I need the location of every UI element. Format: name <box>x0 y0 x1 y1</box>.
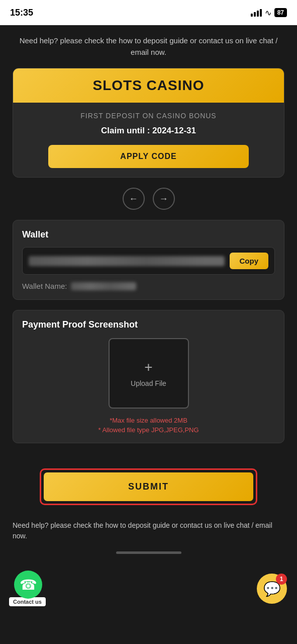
prev-arrow-button[interactable]: ← <box>123 188 145 210</box>
payment-proof-section: Payment Proof Screenshot + Upload File *… <box>13 310 284 443</box>
file-info: *Max file size allowed 2MB * Allowed fil… <box>22 417 275 434</box>
next-arrow-button[interactable]: → <box>153 188 175 210</box>
upload-label: Upload File <box>131 379 166 387</box>
promo-card: SLOTS CASINO FIRST DEPOSIT ON CASINO BON… <box>13 68 284 178</box>
promo-body: FIRST DEPOSIT ON CASINO BONUS Claim unti… <box>13 103 284 177</box>
file-size-text: *Max file size allowed 2MB <box>22 417 275 424</box>
upload-area[interactable]: + Upload File <box>109 338 189 409</box>
promo-claim-until: Claim until : 2024-12-31 <box>23 126 274 136</box>
file-type-text: * Allowed file type JPG,JPEG,PNG <box>22 426 275 434</box>
status-bar: 15:35 ∿ 87 <box>0 0 297 25</box>
status-time: 15:35 <box>10 8 33 18</box>
promo-header: SLOTS CASINO <box>13 68 284 103</box>
wallet-address-row: Copy <box>22 247 275 275</box>
upload-plus-icon: + <box>144 359 152 375</box>
chat-badge: 1 <box>276 574 287 585</box>
wallet-name-row: Wallet Name: <box>22 282 275 290</box>
wallet-section-title: Wallet <box>22 229 275 240</box>
wallet-name-value <box>71 282 136 290</box>
signal-icon <box>251 9 262 17</box>
submit-wrapper: SUBMIT <box>40 468 257 505</box>
wifi-icon: ∿ <box>265 8 271 18</box>
status-icons: ∿ 87 <box>251 8 287 18</box>
submit-container: SUBMIT <box>0 463 297 515</box>
submit-button[interactable]: SUBMIT <box>44 472 253 501</box>
bottom-help-text: Need help? please check the how to depos… <box>0 515 297 546</box>
apply-code-button[interactable]: APPLY CODE <box>48 145 249 168</box>
promo-navigation: ← → <box>13 188 284 210</box>
wallet-name-label: Wallet Name: <box>22 282 67 290</box>
copy-button[interactable]: Copy <box>230 253 269 269</box>
help-text-top: Need help? please check the how to depos… <box>13 35 284 58</box>
wallet-address-value <box>29 256 225 266</box>
whatsapp-fab[interactable]: ☎ <box>14 571 42 599</box>
payment-proof-title: Payment Proof Screenshot <box>22 319 275 330</box>
promo-subtitle: FIRST DEPOSIT ON CASINO BONUS <box>23 112 274 120</box>
main-content: Need help? please check the how to depos… <box>0 25 297 463</box>
whatsapp-icon: ☎ <box>20 577 37 593</box>
promo-title: SLOTS CASINO <box>23 77 274 94</box>
home-indicator <box>116 551 181 554</box>
wallet-section: Wallet Copy Wallet Name: <box>13 220 284 300</box>
chat-fab[interactable]: 💬 1 <box>257 574 287 604</box>
battery-indicator: 87 <box>274 8 287 17</box>
